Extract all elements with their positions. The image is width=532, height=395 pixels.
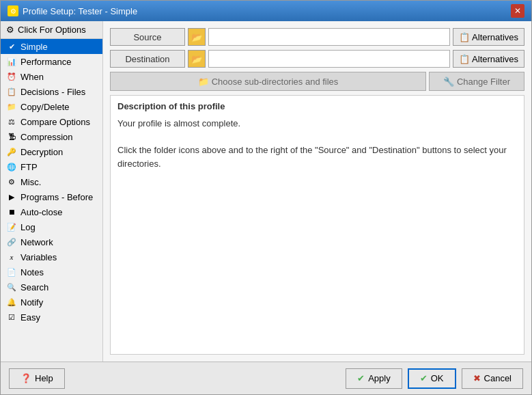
sidebar-item-programs-before[interactable]: ▶ Programs - Before <box>1 189 102 204</box>
compression-icon: 🗜 <box>6 131 17 142</box>
sidebar-item-when[interactable]: ⏰ When <box>1 69 102 84</box>
filter-icon: 🔧 <box>443 77 454 87</box>
copy-delete-icon: 📁 <box>6 101 17 112</box>
change-filter-button[interactable]: 🔧 Change Filter <box>429 72 524 91</box>
dest-alternatives-label: Alternatives <box>472 54 518 64</box>
performance-icon: 📊 <box>6 56 17 67</box>
sidebar-item-misc[interactable]: ⚙ Misc. <box>1 174 102 189</box>
bottom-right-buttons: ✔ Apply ✔ OK ✖ Cancel <box>346 368 523 389</box>
cancel-button[interactable]: ✖ Cancel <box>462 368 523 389</box>
decryption-icon: 🔑 <box>6 146 17 157</box>
window-icon: ⚙ <box>8 5 18 16</box>
sidebar-label-misc: Misc. <box>20 177 41 187</box>
apply-label: Apply <box>368 373 391 383</box>
sidebar-click-options[interactable]: ⚙ Click For Options <box>1 21 102 39</box>
sidebar-item-decryption[interactable]: 🔑 Decryption <box>1 144 102 159</box>
sidebar-item-network[interactable]: 🔗 Network <box>1 234 102 249</box>
subdirs-icon: 📁 <box>198 77 209 87</box>
sidebar-item-compression[interactable]: 🗜 Compression <box>1 129 102 144</box>
click-options-label: Click For Options <box>18 25 86 35</box>
sidebar-item-performance[interactable]: 📊 Performance <box>1 54 102 69</box>
source-alternatives-button[interactable]: 📋 Alternatives <box>453 28 524 46</box>
help-icon: ❓ <box>20 373 31 383</box>
filter-label: Change Filter <box>457 77 510 87</box>
search-icon: 🔍 <box>6 282 17 292</box>
destination-button[interactable]: Destination <box>110 50 185 68</box>
description-line2: Click the folder icons above and to the … <box>117 144 517 170</box>
source-folder-button[interactable]: 📂 <box>188 28 206 46</box>
notify-icon: 🔔 <box>6 297 17 308</box>
cancel-icon: ✖ <box>473 373 481 383</box>
title-bar-left: ⚙ Profile Setup: Tester - Simple <box>8 5 137 16</box>
sidebar: ⚙ Click For Options ✔ Simple 📊 Performan… <box>1 21 103 362</box>
sidebar-label-ftp: FTP <box>20 162 38 172</box>
sidebar-label-compare-options: Compare Options <box>20 117 90 127</box>
source-row: Source 📂 📋 Alternatives <box>110 28 524 46</box>
auto-close-icon: ⏹ <box>6 206 17 217</box>
notes-icon: 📄 <box>6 267 17 277</box>
sidebar-item-copy-delete[interactable]: 📁 Copy/Delete <box>1 99 102 114</box>
sidebar-label-easy: Easy <box>20 312 40 323</box>
destination-folder-button[interactable]: 📂 <box>188 50 206 68</box>
subdirs-label: Choose sub-directories and files <box>212 77 339 87</box>
ok-button[interactable]: ✔ OK <box>408 368 456 389</box>
sidebar-label-when: When <box>20 72 44 82</box>
bottom-bar: ❓ Help ✔ Apply ✔ OK ✖ Cancel <box>1 362 531 394</box>
dest-alternatives-icon: 📋 <box>459 54 470 64</box>
sidebar-label-variables: Variables <box>20 252 57 262</box>
close-button[interactable]: ✕ <box>511 4 524 18</box>
easy-icon: ☑ <box>6 312 17 323</box>
sidebar-item-log[interactable]: 📝 Log <box>1 219 102 234</box>
sidebar-label-log: Log <box>20 222 36 232</box>
compare-options-icon: ⚖ <box>6 116 17 127</box>
sidebar-item-simple[interactable]: ✔ Simple <box>1 39 102 54</box>
subdirs-filter-row: 📁 Choose sub-directories and files 🔧 Cha… <box>110 72 524 91</box>
source-alternatives-label: Alternatives <box>472 32 518 42</box>
sidebar-item-compare-options[interactable]: ⚖ Compare Options <box>1 114 102 129</box>
main-content: Source 📂 📋 Alternatives Destination 📂 <box>103 21 531 362</box>
sidebar-label-copy-delete: Copy/Delete <box>20 102 70 112</box>
help-button[interactable]: ❓ Help <box>9 368 65 389</box>
description-text: Your profile is almost complete. Click t… <box>117 117 517 170</box>
main-window: ⚙ Profile Setup: Tester - Simple ✕ ⚙ Cli… <box>0 0 532 395</box>
alternatives-icon: 📋 <box>459 32 470 42</box>
description-title: Description of this profile <box>117 101 517 111</box>
sidebar-item-ftp[interactable]: 🌐 FTP <box>1 159 102 174</box>
sidebar-label-programs-before: Programs - Before <box>20 192 93 202</box>
window-title: Profile Setup: Tester - Simple <box>23 6 137 16</box>
sidebar-item-search[interactable]: 🔍 Search <box>1 280 102 295</box>
window-body: ⚙ Click For Options ✔ Simple 📊 Performan… <box>1 21 531 362</box>
sidebar-item-notes[interactable]: 📄 Notes <box>1 264 102 280</box>
dest-folder-icon: 📂 <box>191 54 202 64</box>
destination-row: Destination 📂 📋 Alternatives <box>110 50 524 68</box>
sidebar-label-notes: Notes <box>20 267 44 277</box>
description-line1: Your profile is almost complete. <box>117 117 517 131</box>
misc-icon: ⚙ <box>6 176 17 187</box>
decisions-files-icon: 📋 <box>6 86 17 97</box>
sidebar-item-decisions-files[interactable]: 📋 Decisions - Files <box>1 84 102 99</box>
source-path-input[interactable] <box>208 28 450 46</box>
subdirs-button[interactable]: 📁 Choose sub-directories and files <box>110 72 426 91</box>
ok-icon: ✔ <box>420 373 428 383</box>
destination-alternatives-button[interactable]: 📋 Alternatives <box>453 50 524 68</box>
sidebar-label-simple: Simple <box>20 42 48 52</box>
help-label: Help <box>35 373 53 383</box>
cancel-label: Cancel <box>484 373 512 383</box>
ftp-icon: 🌐 <box>6 161 17 172</box>
sidebar-label-decryption: Decryption <box>20 147 63 157</box>
sidebar-item-easy[interactable]: ☑ Easy <box>1 310 102 325</box>
options-icon: ⚙ <box>6 25 14 35</box>
title-bar: ⚙ Profile Setup: Tester - Simple ✕ <box>1 1 531 21</box>
source-button[interactable]: Source <box>110 28 185 46</box>
when-icon: ⏰ <box>6 71 17 82</box>
ok-label: OK <box>431 373 444 383</box>
apply-button[interactable]: ✔ Apply <box>346 368 402 389</box>
folder-icon: 📂 <box>191 32 202 42</box>
destination-path-input[interactable] <box>208 50 450 68</box>
sidebar-label-performance: Performance <box>20 57 71 67</box>
simple-icon: ✔ <box>6 41 17 52</box>
log-icon: 📝 <box>6 221 17 232</box>
sidebar-item-auto-close[interactable]: ⏹ Auto-close <box>1 204 102 219</box>
sidebar-item-notify[interactable]: 🔔 Notify <box>1 295 102 310</box>
sidebar-item-variables[interactable]: x Variables <box>1 249 102 264</box>
